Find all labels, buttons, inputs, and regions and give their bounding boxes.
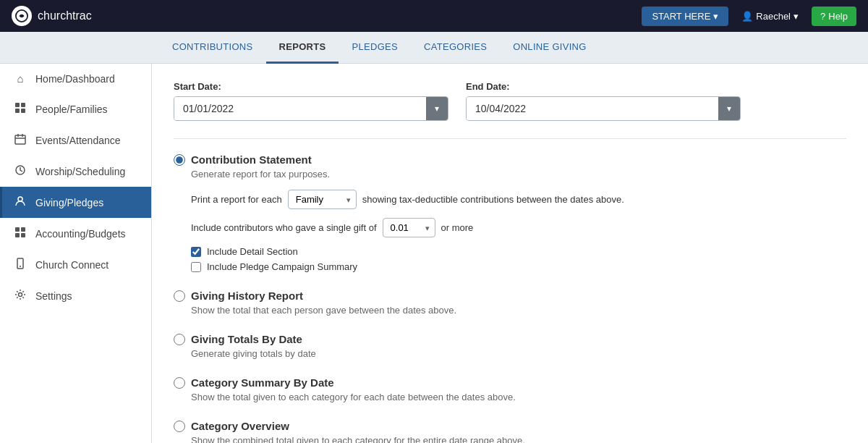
sidebar-item-giving[interactable]: Giving/Pledges bbox=[0, 187, 151, 218]
user-menu-button[interactable]: 👤 Raechel bbox=[734, 7, 806, 26]
settings-icon bbox=[14, 289, 27, 303]
category-overview-radio[interactable] bbox=[174, 421, 185, 432]
print-for-each-row: Print a report for each Family Individua… bbox=[191, 190, 846, 209]
start-here-button[interactable]: START HERE bbox=[642, 7, 728, 26]
people-icon bbox=[14, 102, 27, 116]
svg-rect-1 bbox=[15, 103, 20, 107]
end-date-input[interactable] bbox=[467, 97, 718, 120]
include-detail-row: Include Detail Section bbox=[191, 246, 846, 257]
giving-icon bbox=[14, 195, 27, 209]
svg-rect-14 bbox=[21, 233, 25, 237]
tab-contributions[interactable]: CONTRIBUTIONS bbox=[159, 32, 266, 64]
svg-rect-3 bbox=[15, 109, 20, 113]
tab-online-giving[interactable]: ONLINE GIVING bbox=[500, 32, 599, 64]
print-for-each-select[interactable]: Family Individual bbox=[288, 190, 357, 209]
sidebar-item-settings[interactable]: Settings bbox=[0, 280, 151, 311]
logo-icon bbox=[12, 6, 32, 26]
or-more-label: or more bbox=[441, 222, 474, 233]
sidebar-item-people[interactable]: People/Families bbox=[0, 93, 151, 125]
end-date-calendar-button[interactable]: ▾ bbox=[718, 97, 740, 120]
worship-icon bbox=[14, 164, 27, 178]
include-detail-checkbox[interactable] bbox=[191, 247, 201, 257]
svg-rect-5 bbox=[15, 135, 25, 144]
main-layout: ⌂ Home/Dashboard People/Families Events/… bbox=[0, 64, 868, 443]
print-for-each-label: Print a report for each bbox=[191, 194, 282, 205]
date-row: Start Date: ▾ End Date: ▾ bbox=[174, 81, 846, 121]
svg-rect-11 bbox=[15, 227, 20, 232]
sub-nav: CONTRIBUTIONS REPORTS PLEDGES CATEGORIES… bbox=[0, 32, 868, 64]
giving-totals-label[interactable]: Giving Totals By Date bbox=[191, 333, 302, 345]
end-date-group: End Date: ▾ bbox=[466, 81, 741, 121]
tab-pledges[interactable]: PLEDGES bbox=[339, 32, 411, 64]
print-for-each-select-wrap: Family Individual bbox=[288, 190, 357, 209]
top-nav-right: START HERE 👤 Raechel ? Help bbox=[642, 7, 856, 26]
start-date-input-wrap: ▾ bbox=[174, 96, 448, 121]
contribution-statement-sub-options: Print a report for each Family Individua… bbox=[191, 190, 846, 272]
sidebar-item-worship[interactable]: Worship/Scheduling bbox=[0, 156, 151, 187]
user-icon: 👤 bbox=[741, 11, 753, 22]
svg-rect-12 bbox=[21, 227, 25, 232]
end-date-input-wrap: ▾ bbox=[466, 96, 741, 121]
tab-reports[interactable]: REPORTS bbox=[266, 32, 339, 64]
gift-amount-select-wrap: 0.01 1.00 5.00 10.00 25.00 bbox=[383, 218, 435, 237]
include-contributors-label: Include contributors who gave a single g… bbox=[191, 222, 377, 233]
category-overview-desc: Show the combined total given to each ca… bbox=[191, 435, 846, 443]
sidebar-item-accounting[interactable]: Accounting/Budgets bbox=[0, 218, 151, 249]
category-summary-radio[interactable] bbox=[174, 377, 185, 389]
category-summary-desc: Show the total given to each category fo… bbox=[191, 392, 846, 402]
report-option-giving-totals: Giving Totals By Date Generate giving to… bbox=[174, 333, 846, 359]
top-nav: churchtrac START HERE 👤 Raechel ? Help bbox=[0, 0, 868, 32]
include-pledge-checkbox[interactable] bbox=[191, 262, 201, 272]
giving-history-radio[interactable] bbox=[174, 290, 185, 302]
include-pledge-label[interactable]: Include Pledge Campaign Summary bbox=[207, 261, 357, 272]
include-detail-label[interactable]: Include Detail Section bbox=[207, 246, 298, 257]
contribution-statement-desc: Generate report for tax purposes. bbox=[191, 169, 846, 180]
sidebar-item-home[interactable]: ⌂ Home/Dashboard bbox=[0, 64, 151, 93]
report-option-giving-history: Giving History Report Show the total tha… bbox=[174, 290, 846, 316]
logo-text: churchtrac bbox=[38, 9, 92, 22]
start-date-calendar-button[interactable]: ▾ bbox=[426, 97, 448, 120]
svg-point-10 bbox=[18, 197, 22, 201]
church-connect-icon bbox=[14, 258, 27, 271]
giving-history-label[interactable]: Giving History Report bbox=[191, 290, 303, 302]
report-option-contribution-statement: Contribution Statement Generate report f… bbox=[174, 153, 846, 272]
main-content: Start Date: ▾ End Date: ▾ Contribution S… bbox=[152, 64, 868, 443]
start-date-input[interactable] bbox=[174, 97, 426, 120]
help-icon: ? bbox=[820, 11, 825, 22]
category-overview-label[interactable]: Category Overview bbox=[191, 420, 289, 432]
logo-area: churchtrac bbox=[12, 6, 92, 26]
giving-totals-desc: Generate giving totals by date bbox=[191, 348, 846, 359]
sidebar-item-events[interactable]: Events/Attendance bbox=[0, 125, 151, 156]
showing-label: showing tax-deductible contributions bet… bbox=[362, 194, 624, 205]
gift-amount-select[interactable]: 0.01 1.00 5.00 10.00 25.00 bbox=[383, 218, 435, 237]
sidebar-item-church-connect[interactable]: Church Connect bbox=[0, 249, 151, 280]
giving-history-desc: Show the total that each person gave bet… bbox=[191, 305, 846, 316]
svg-rect-4 bbox=[21, 109, 25, 113]
svg-rect-15 bbox=[17, 258, 23, 269]
include-pledge-row: Include Pledge Campaign Summary bbox=[191, 261, 846, 272]
accounting-icon bbox=[14, 227, 27, 240]
svg-rect-13 bbox=[15, 233, 20, 237]
category-summary-label[interactable]: Category Summary By Date bbox=[191, 376, 334, 389]
help-button[interactable]: ? Help bbox=[812, 7, 856, 26]
end-date-label: End Date: bbox=[466, 81, 741, 92]
contribution-statement-radio[interactable] bbox=[174, 154, 185, 166]
report-option-category-summary: Category Summary By Date Show the total … bbox=[174, 376, 846, 402]
start-date-group: Start Date: ▾ bbox=[174, 81, 448, 121]
report-option-category-overview: Category Overview Show the combined tota… bbox=[174, 420, 846, 443]
home-icon: ⌂ bbox=[14, 72, 27, 85]
svg-rect-2 bbox=[21, 103, 25, 107]
sidebar: ⌂ Home/Dashboard People/Families Events/… bbox=[0, 64, 152, 443]
divider bbox=[174, 138, 846, 139]
start-date-label: Start Date: bbox=[174, 81, 448, 92]
tab-categories[interactable]: CATEGORIES bbox=[411, 32, 500, 64]
giving-totals-radio[interactable] bbox=[174, 334, 185, 345]
contribution-statement-label[interactable]: Contribution Statement bbox=[191, 153, 312, 166]
gift-amount-row: Include contributors who gave a single g… bbox=[191, 218, 846, 237]
svg-point-17 bbox=[19, 293, 22, 297]
events-icon bbox=[14, 133, 27, 147]
